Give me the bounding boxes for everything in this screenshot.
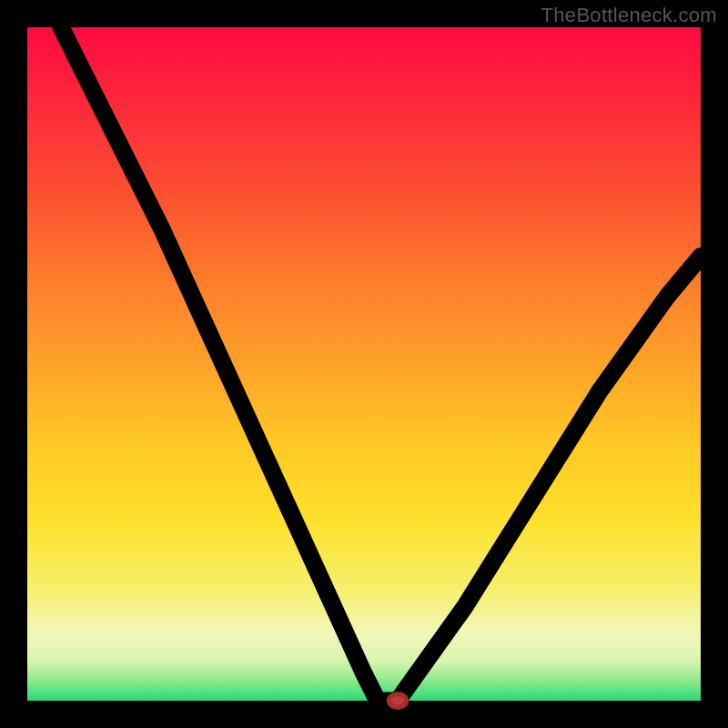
optimum-marker — [389, 694, 406, 708]
chart-frame: TheBottleneck.com — [0, 0, 728, 728]
chart-svg — [27, 27, 701, 701]
chart-plot-area — [27, 27, 701, 701]
bottleneck-curve — [61, 27, 701, 701]
watermark-text: TheBottleneck.com — [541, 4, 717, 27]
